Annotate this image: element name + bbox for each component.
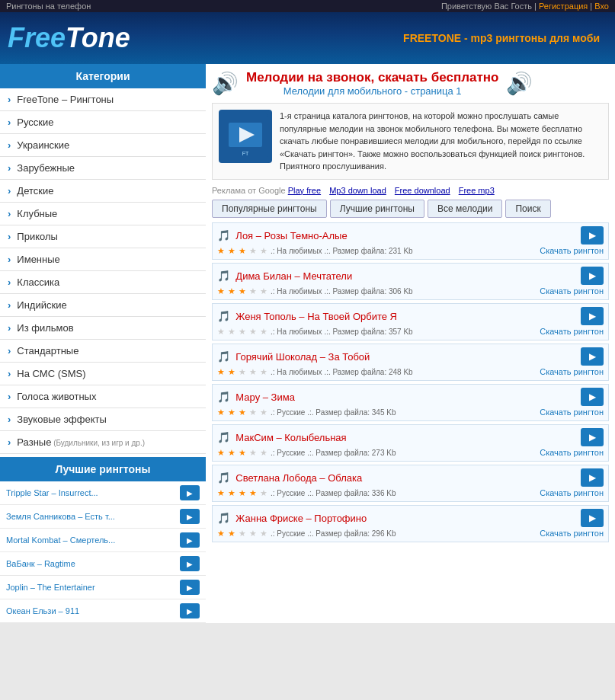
music-icon-6: 🎵	[217, 471, 230, 484]
play-button-best-3[interactable]: ▶	[180, 556, 200, 571]
site-name: Рингтоны на телефон	[6, 2, 91, 11]
play-button-3[interactable]: ▶	[581, 347, 604, 366]
free-download-link[interactable]: Free download	[395, 186, 450, 195]
song-title-link-6[interactable]: Светлана Лобода – Облака	[235, 472, 362, 484]
all-button[interactable]: Все мелодии	[428, 200, 503, 218]
sidebar-item-ukrainian[interactable]: › Украинские	[0, 134, 206, 157]
play-button-best-1[interactable]: ▶	[180, 509, 200, 524]
best-item-link-5[interactable]: Океан Ельзи – 911	[6, 606, 79, 615]
song-row-2: 🎵 Женя Тополь – На Твоей Орбите Я ▶ ★★★★…	[212, 303, 609, 340]
song-title-link-7[interactable]: Жанна Фриске – Портофино	[235, 513, 367, 524]
sidebar-item-label: Клубные	[17, 208, 57, 219]
logo[interactable]: FreeTone	[8, 22, 130, 54]
sidebar-item-effects[interactable]: › Звуковые эффекты	[0, 408, 206, 431]
song-title-link-2[interactable]: Женя Тополь – На Твоей Орбите Я	[235, 311, 397, 322]
ad-label: Реклама от Google	[212, 186, 286, 195]
song-title-area-4: 🎵 Мару – Зима	[217, 391, 295, 403]
best-item-link-4[interactable]: Joplin – The Entertainer	[6, 583, 95, 592]
download-link-3[interactable]: Скачать рингтон	[540, 367, 604, 376]
download-link-4[interactable]: Скачать рингтон	[540, 408, 604, 417]
sidebar-item-indian[interactable]: › Индийские	[0, 294, 206, 317]
song-row-3: 🎵 Горячий Шоколад – За Тобой ▶ ★★★★★ .: …	[212, 344, 609, 381]
sidebar-item-label: Индийские	[17, 299, 66, 311]
sidebar-item-standard[interactable]: › Стандартные	[0, 340, 206, 363]
play-button-best-5[interactable]: ▶	[180, 603, 200, 618]
music-icon-5: 🎵	[217, 431, 230, 443]
song-meta-left-6: ★★★★★ .: Русские .:. Размер файла: 336 K…	[217, 488, 396, 498]
song-title-link-1[interactable]: Дима Билан – Мечтатели	[235, 270, 352, 282]
sidebar-item-sms[interactable]: › На СМС (SMS)	[0, 363, 206, 385]
sidebar-item-label: Стандартные	[17, 345, 78, 356]
sidebar-item-club[interactable]: › Клубные	[0, 203, 206, 225]
sidebar-item-label: Разные (Будильники, из игр и др.)	[17, 436, 145, 448]
mp3-download-link[interactable]: Mp3 down load	[329, 186, 386, 195]
sidebar-item-jokes[interactable]: › Приколы	[0, 225, 206, 248]
download-link-6[interactable]: Скачать рингтон	[540, 488, 604, 497]
song-meta-left-1: ★★★★★ .: На любимых .:. Размер файла: 30…	[217, 286, 413, 296]
song-row-6: 🎵 Светлана Лобода – Облака ▶ ★★★★★ .: Ру…	[212, 465, 609, 502]
download-link-7[interactable]: Скачать рингтон	[540, 529, 604, 538]
song-title-link-5[interactable]: МакСим – Колыбельная	[235, 432, 346, 443]
song-title-area-7: 🎵 Жанна Фриске – Портофино	[217, 512, 367, 524]
sidebar-item-foreign[interactable]: › Зарубежные	[0, 157, 206, 180]
play-button-0[interactable]: ▶	[581, 226, 604, 245]
song-meta-left-7: ★★★★★ .: Русские .:. Размер файла: 296 K…	[217, 529, 396, 539]
arrow-icon: ›	[8, 391, 11, 402]
sidebar-item-classic[interactable]: › Классика	[0, 271, 206, 294]
arrow-icon: ›	[8, 139, 11, 151]
download-link-0[interactable]: Скачать рингтон	[540, 246, 604, 255]
song-meta-left-2: ★★★★★ .: На любимых .:. Размер файла: 35…	[217, 327, 413, 337]
sidebar-item-animals[interactable]: › Голоса животных	[0, 385, 206, 408]
sidebar-item-kids[interactable]: › Детские	[0, 180, 206, 203]
sidebar-item-personal[interactable]: › Именные	[0, 248, 206, 271]
arrow-icon: ›	[8, 162, 11, 174]
best-item-5: Океан Ельзи – 911 ▶	[0, 599, 206, 623]
best-item-link-3[interactable]: ВаБанк – Ragtime	[6, 559, 75, 568]
play-button-best-0[interactable]: ▶	[180, 485, 200, 500]
song-meta-5: ★★★★★ .: Русские .:. Размер файла: 273 K…	[217, 448, 604, 458]
sidebar-item-misc[interactable]: › Разные (Будильники, из игр и др.)	[0, 431, 206, 454]
song-meta-0: ★★★★★ .: На любимых .:. Размер файла: 23…	[217, 246, 604, 256]
popular-button[interactable]: Популярные рингтоны	[212, 200, 327, 218]
song-title-area-3: 🎵 Горячий Шоколад – За Тобой	[217, 350, 370, 363]
play-button-1[interactable]: ▶	[581, 267, 604, 285]
music-icon-3: 🎵	[217, 350, 230, 363]
sidebar-item-movies[interactable]: › Из фильмов	[0, 317, 206, 340]
download-link-1[interactable]: Скачать рингтон	[540, 286, 604, 296]
play-button-best-2[interactable]: ▶	[180, 532, 200, 548]
song-title-link-0[interactable]: Лоя – Розы Темно-Алые	[235, 230, 347, 241]
best-button[interactable]: Лучшие рингтоны	[330, 200, 424, 218]
song-info-6: .: Русские .:. Размер файла: 336 Kb	[271, 489, 396, 497]
register-link[interactable]: Регистрация	[539, 2, 588, 11]
song-title-area-5: 🎵 МакСим – Колыбельная	[217, 431, 347, 443]
sidebar-item-russian[interactable]: › Русские	[0, 111, 206, 134]
song-title-link-3[interactable]: Горячий Шоколад – За Тобой	[235, 351, 370, 363]
song-title-link-4[interactable]: Мару – Зима	[235, 392, 295, 403]
search-button[interactable]: Поиск	[505, 200, 550, 218]
arrow-icon: ›	[8, 368, 11, 379]
play-button-4[interactable]: ▶	[581, 388, 604, 406]
song-meta-6: ★★★★★ .: Русские .:. Размер файла: 336 K…	[217, 488, 604, 498]
best-item-link-1[interactable]: Земля Санникова – Есть т...	[6, 512, 115, 521]
song-row-0: 🎵 Лоя – Розы Темно-Алые ▶ ★★★★★ .: На лю…	[212, 222, 609, 260]
song-meta-1: ★★★★★ .: На любимых .:. Размер файла: 30…	[217, 286, 604, 296]
sidebar-item-freetone[interactable]: › FreeTone – Рингтоны	[0, 88, 206, 111]
play-button-2[interactable]: ▶	[581, 307, 604, 325]
play-button-6[interactable]: ▶	[581, 468, 604, 487]
greeting-text: Приветствую Вас Гость |	[441, 2, 537, 11]
play-button-7[interactable]: ▶	[581, 509, 604, 527]
download-link-2[interactable]: Скачать рингтон	[540, 327, 604, 336]
song-top-5: 🎵 МакСим – Колыбельная ▶	[217, 428, 604, 446]
free-mp3-link[interactable]: Free mp3	[459, 186, 495, 195]
login-link[interactable]: Вхо	[594, 2, 609, 11]
play-free-link[interactable]: Play free	[288, 186, 321, 195]
best-item-link-2[interactable]: Mortal Kombat – Смертель...	[6, 535, 115, 545]
song-top-1: 🎵 Дима Билан – Мечтатели ▶	[217, 267, 604, 285]
song-info-7: .: Русские .:. Размер файла: 296 Kb	[271, 529, 396, 538]
main-layout: Категории › FreeTone – Рингтоны › Русски…	[0, 64, 615, 623]
desc-image: FT	[219, 110, 272, 163]
play-button-best-4[interactable]: ▶	[180, 580, 200, 595]
download-link-5[interactable]: Скачать рингтон	[540, 448, 604, 457]
best-item-link-0[interactable]: Tripple Star – Insurrect...	[6, 488, 98, 497]
play-button-5[interactable]: ▶	[581, 428, 604, 446]
